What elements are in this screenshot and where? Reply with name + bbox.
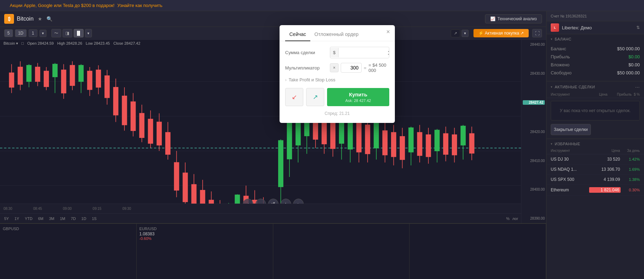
period-5-button[interactable]: 5 xyxy=(4,29,13,37)
buy-main-button[interactable]: Купить Ask: 28 427.42 xyxy=(327,88,389,106)
profit-value: $0.00 xyxy=(628,54,640,59)
svg-rect-97 xyxy=(400,137,405,160)
buy-main-label: Купить xyxy=(349,91,367,98)
action-buttons: ↙ ↗ Купить Ask: 28 427.42 xyxy=(285,88,389,106)
multiplier-input[interactable] xyxy=(341,63,362,73)
instrument-name: Bitcoin xyxy=(17,16,34,22)
buy-alt-arrow-icon: ↗ xyxy=(313,93,318,101)
account-name-row: L Libertex: Демо ⇅ xyxy=(547,21,644,34)
account-number: Счет № 1913628321 xyxy=(551,14,587,18)
tab-now[interactable]: Сейчас xyxy=(285,27,310,41)
fav-row-ndaq[interactable]: US NDAQ 1... 13 306.70 1.69% xyxy=(547,164,644,175)
gbpusd-label: GBPUSD xyxy=(3,227,133,231)
buy-alt-button[interactable]: ↗ xyxy=(306,88,324,106)
svg-rect-109 xyxy=(452,135,457,155)
favorites-section: ▾ ИЗБРАННЫЕ Инструмент Цена За день US D… xyxy=(547,139,644,279)
period-1-button[interactable]: 1 xyxy=(29,29,37,37)
take-profit-label: Take Profit и Stop Loss xyxy=(289,77,335,82)
signal-dropdown[interactable]: ▾ xyxy=(462,30,469,37)
svg-rect-95 xyxy=(391,132,396,157)
chart-area: ₿ Bitcoin ★ 🔍 📈 Технический анализ 5 1D … xyxy=(0,11,546,279)
fav-row-spx[interactable]: US SPX 500 4 139.09 1.38% xyxy=(547,175,644,185)
balance-title: БАЛАНС xyxy=(555,37,572,41)
period-7d[interactable]: 7D xyxy=(70,216,77,221)
svg-rect-107 xyxy=(443,133,448,154)
sell-button[interactable]: ↙ xyxy=(285,88,303,106)
period-5y[interactable]: 5Y xyxy=(3,216,10,221)
bitcoin-icon: ₿ xyxy=(4,14,14,24)
period-1m[interactable]: 1M xyxy=(59,216,67,221)
amount-row: Сумма сделки $ ▾ xyxy=(285,47,389,58)
chart-type-dropdown[interactable]: ▾ xyxy=(85,29,92,37)
account-dropdown-icon[interactable]: ⇅ xyxy=(636,25,640,30)
svg-rect-25 xyxy=(87,71,92,90)
eurusd-change: -0.60% xyxy=(139,236,270,241)
favorites-title: ИЗБРАННЫЕ xyxy=(555,142,580,146)
chart-type-buttons: 〜 ◨ ▐▌ ▾ xyxy=(51,29,92,37)
signal-btn[interactable]: ↗ xyxy=(451,29,460,37)
amount-input[interactable] xyxy=(339,48,389,58)
period-1d-button[interactable]: 1D xyxy=(15,29,27,37)
active-buy-arrow: ↗ xyxy=(520,31,524,36)
top-banner: Акции Apple, Google или Tesla до $200 в … xyxy=(0,0,644,11)
log-toggle[interactable]: лог xyxy=(512,216,518,221)
period-1d[interactable]: 1D xyxy=(80,216,88,221)
svg-rect-87 xyxy=(357,122,361,152)
period-ytd[interactable]: YTD xyxy=(23,216,34,221)
bottom-chart-eurusd[interactable]: EUR/USD 1.08383 -0.60% xyxy=(137,224,273,279)
svg-rect-19 xyxy=(61,70,66,93)
col-instrument-header: Инструмент xyxy=(551,93,583,96)
svg-rect-35 xyxy=(131,102,135,131)
take-profit-row[interactable]: › Take Profit и Stop Loss xyxy=(285,77,389,82)
col-percent-header: $ % xyxy=(632,93,640,96)
candle-chart-btn[interactable]: ▐▌ xyxy=(74,29,84,37)
period-3m[interactable]: 3M xyxy=(48,216,56,221)
balance-section: Баланс $50 000.00 Прибыль $0.00 Вложено … xyxy=(547,43,644,81)
closed-trades-button[interactable]: Закрытые сделки xyxy=(551,124,591,135)
fav-dj30-change: 1.42% xyxy=(620,157,640,161)
chart-icon: 📈 xyxy=(490,16,495,21)
line-chart-btn[interactable]: 〜 xyxy=(51,29,61,37)
period-1s[interactable]: 1S xyxy=(91,216,98,221)
chart-info-bar: Bitcoin ▾ □ Open 28424.59 High 28428.26 … xyxy=(3,41,140,46)
col-profit-header: Прибыль xyxy=(607,93,632,96)
active-trades-title: АКТИВНЫЕ СДЕЛКИ xyxy=(555,85,595,89)
period-6m[interactable]: 6M xyxy=(37,216,45,221)
svg-rect-9 xyxy=(18,67,22,85)
active-buy-button[interactable]: ⚡ Активная покупка ↗ xyxy=(473,29,529,37)
banner-link[interactable]: Узнайте как получить xyxy=(117,3,162,8)
price-label-6: 28390.00 xyxy=(523,216,545,220)
balance-section-header: ▾ БАЛАНС xyxy=(547,34,644,43)
period-dropdown[interactable]: ▾ xyxy=(39,30,46,37)
fav-spx-name: US SPX 500 xyxy=(551,177,590,182)
fav-spx-change: 1.38% xyxy=(620,177,640,182)
spread-row: Спред: 21.21 xyxy=(285,110,389,117)
percent-toggle[interactable]: % xyxy=(506,216,510,221)
invested-label: Вложено xyxy=(551,62,570,67)
svg-rect-15 xyxy=(44,71,49,87)
svg-rect-111 xyxy=(461,126,465,145)
fav-row-eth[interactable]: Ethereum 1 821.046 0.30% xyxy=(547,185,644,196)
svg-rect-17 xyxy=(53,64,57,77)
trades-menu-icon[interactable]: ··· xyxy=(635,84,640,90)
expand-chart-button[interactable]: ⛶ xyxy=(532,29,542,37)
svg-rect-99 xyxy=(409,128,413,152)
star-icon[interactable]: ★ xyxy=(38,16,42,22)
tab-deferred[interactable]: Отложенный ордер xyxy=(310,27,363,41)
take-profit-arrow-icon: › xyxy=(285,78,287,82)
fav-ndaq-change: 1.69% xyxy=(620,167,640,171)
fav-row-dj30[interactable]: US DJ 30 33 520 1.42% xyxy=(547,154,644,164)
time-label-5: 09:30 xyxy=(122,207,131,211)
chart-controls: 5 1D 1 ▾ 〜 ◨ ▐▌ ▾ ↗ ▾ ⚡ Активная покупка… xyxy=(0,27,546,40)
fav-spx-price: 4 139.09 xyxy=(590,177,620,182)
period-1y[interactable]: 1Y xyxy=(13,216,20,221)
svg-rect-21 xyxy=(70,65,74,86)
svg-rect-71 xyxy=(287,117,292,159)
svg-rect-33 xyxy=(122,96,127,125)
panel-close-button[interactable]: × xyxy=(386,29,390,35)
area-chart-btn[interactable]: ◨ xyxy=(63,29,72,37)
tech-analysis-button[interactable]: 📈 Технический анализ xyxy=(485,14,542,23)
amount-input-group: $ ▾ xyxy=(330,47,389,58)
search-icon[interactable]: 🔍 xyxy=(46,16,52,22)
svg-rect-41 xyxy=(157,122,161,145)
